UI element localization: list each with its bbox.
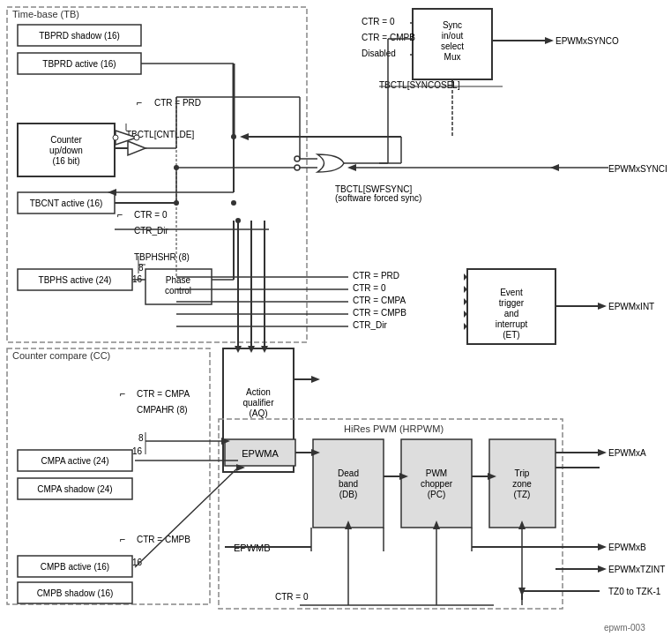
cmpa-shadow-label: CMPA shadow (24) (37, 484, 112, 494)
diagram-container: Time-base (TB) TBPRD shadow (16) TBPRD a… (0, 0, 671, 644)
tz-label: Trip (515, 468, 530, 478)
et-ctr-zero-label: CTR = 0 (353, 283, 386, 293)
et-ctr-cmpb-label: CTR = CMPB (353, 308, 406, 318)
svg-text:(PC): (PC) (428, 490, 446, 499)
svg-text:⌐: ⌐ (137, 97, 142, 108)
epwmxa-label: EPWMxA (608, 448, 646, 458)
svg-text:and: and (504, 309, 519, 318)
svg-text:⌐: ⌐ (120, 534, 125, 544)
et-label: Event (500, 288, 523, 297)
aq-label: Action (246, 387, 271, 397)
svg-point-79 (294, 165, 300, 170)
svg-text:(software forced sync): (software forced sync) (335, 193, 421, 203)
ctr-zero-bottom-label: CTR = 0 (275, 592, 309, 602)
tbphs-active-label: TBPHS active (24) (39, 275, 112, 285)
et-ctr-prd-label: CTR = PRD (353, 271, 399, 281)
svg-text:qualifier: qualifier (242, 398, 274, 408)
bit8-cmpa-label: 8 (138, 433, 144, 443)
ctr-cmpa-label: CTR = CMPA (137, 389, 190, 399)
epwma-label: EPWMA (242, 448, 279, 459)
bit16-cmpa-label: 16 (132, 446, 143, 456)
time-base-label: Time-base (TB) (12, 9, 79, 19)
epwmx-synci-label: EPWMxSYNCI (608, 164, 667, 174)
et-ctr-dir-label: CTR_Dir (353, 320, 388, 330)
epwmxb-label: EPWMxB (608, 543, 646, 552)
svg-text:in/out: in/out (442, 31, 464, 41)
counter-compare-label: Counter compare (CC) (12, 350, 110, 361)
figure-label: epwm-003 (604, 623, 645, 633)
tbprd-shadow-label: TBPRD shadow (16) (39, 31, 120, 41)
epwmx-int-label: EPWMxINT (608, 302, 654, 311)
svg-text:(DB): (DB) (339, 490, 358, 499)
sync-ctr0-label: CTR = 0 (362, 17, 395, 26)
svg-text:(TZ): (TZ) (514, 490, 531, 499)
cmpb-shadow-label: CMPB shadow (16) (37, 588, 114, 598)
svg-text:up/down: up/down (49, 146, 83, 155)
cmpa-active-label: CMPA active (24) (41, 456, 108, 466)
tz0-tzk1-label: TZ0 to TZK-1 (608, 587, 661, 596)
sync-disabled-label: Disabled (362, 49, 396, 58)
svg-text:band: band (339, 479, 358, 489)
svg-text:chopper: chopper (421, 479, 453, 489)
svg-point-90 (113, 135, 118, 140)
svg-text:(AQ): (AQ) (249, 408, 267, 418)
svg-text:Mux: Mux (444, 52, 461, 62)
svg-text:interrupt: interrupt (496, 319, 528, 329)
sync-mux-label: Sync (443, 20, 462, 30)
et-ctr-cmpa-label: CTR = CMPA (353, 296, 406, 305)
epwmx-synco-label: EPWMxSYNCO (555, 36, 619, 46)
svg-text:⌐: ⌐ (117, 209, 123, 220)
svg-text:trigger: trigger (499, 298, 525, 308)
svg-point-158 (231, 134, 236, 139)
svg-point-157 (174, 200, 179, 206)
svg-text:⌐: ⌐ (120, 388, 125, 399)
cmpb-active-label: CMPB active (16) (41, 562, 109, 572)
hrpwm-label: HiRes PWM (HRPWM) (344, 423, 444, 434)
svg-text:select: select (441, 41, 464, 51)
tbctl-syncosel-label: TBCTL[SYNCOSEL] (379, 80, 460, 90)
pc-label: PWM (426, 468, 447, 478)
tbphshr-label: TBPHSHR (8) (134, 252, 190, 262)
svg-text:(ET): (ET) (503, 330, 519, 340)
svg-text:zone: zone (512, 479, 532, 489)
cmpahr-label: CMPAHR (8) (137, 405, 188, 415)
counter-updown-label: Counter (50, 135, 82, 145)
svg-point-156 (174, 165, 179, 170)
tbcnt-active-label: TBCNT active (16) (30, 198, 103, 208)
ctr-zero-label: CTR = 0 (134, 210, 168, 220)
svg-point-160 (235, 218, 241, 223)
ctr-prd-label: CTR = PRD (154, 98, 201, 108)
svg-text:control: control (165, 286, 191, 296)
ctr-dir-label: CTR_Dir (134, 226, 169, 236)
svg-text:(16 bit): (16 bit) (52, 156, 79, 166)
epwmx-tzint-label: EPWMxTZINT (608, 565, 665, 574)
svg-point-159 (231, 200, 236, 206)
db-label: Dead (338, 468, 359, 478)
svg-point-78 (294, 156, 300, 161)
tbprd-active-label: TBPRD active (16) (42, 59, 116, 69)
svg-point-91 (134, 135, 139, 140)
